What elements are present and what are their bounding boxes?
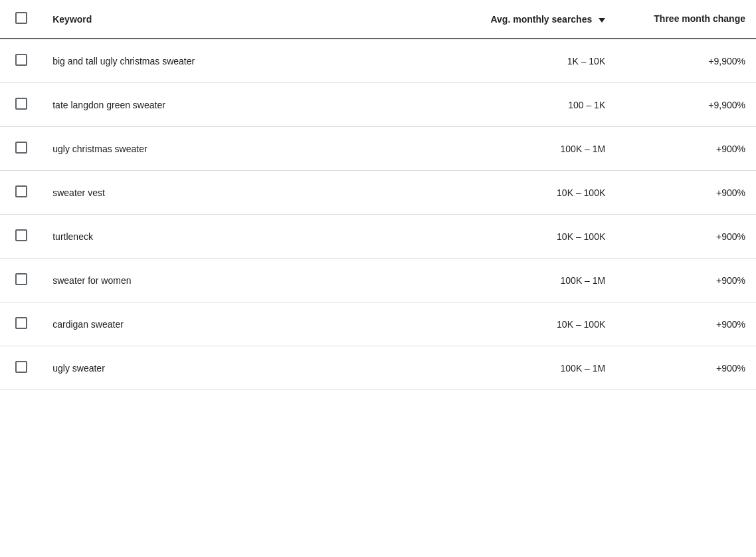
row-checkbox-cell xyxy=(0,39,42,83)
avg-monthly-header-label: Avg. monthly searches xyxy=(490,14,592,25)
table-row: ugly christmas sweater 100K – 1M +900% xyxy=(0,127,756,171)
row-checkbox-cell xyxy=(0,83,42,127)
row-checkbox-4[interactable] xyxy=(15,229,27,241)
row-avg-monthly-6: 10K – 100K xyxy=(406,302,616,346)
row-keyword-5: sweater for women xyxy=(42,259,406,302)
table-row: ugly sweater 100K – 1M +900% xyxy=(0,346,756,390)
three-month-header-label: Three month change xyxy=(654,13,745,24)
table-row: turtleneck 10K – 100K +900% xyxy=(0,215,756,259)
keywords-table: Keyword Avg. monthly searches Three mont… xyxy=(0,0,756,390)
row-avg-monthly-1: 100 – 1K xyxy=(406,83,616,127)
row-keyword-1: tate langdon green sweater xyxy=(42,83,406,127)
keyword-header-label: Keyword xyxy=(52,14,92,25)
header-checkbox-cell xyxy=(0,0,42,39)
table-row: tate langdon green sweater 100 – 1K +9,9… xyxy=(0,83,756,127)
row-keyword-2: ugly christmas sweater xyxy=(42,127,406,171)
row-checkbox-0[interactable] xyxy=(15,54,27,66)
table-row: big and tall ugly christmas sweater 1K –… xyxy=(0,39,756,83)
row-avg-monthly-5: 100K – 1M xyxy=(406,259,616,302)
row-checkbox-cell xyxy=(0,259,42,302)
row-three-month-3: +900% xyxy=(616,171,756,215)
row-keyword-6: cardigan sweater xyxy=(42,302,406,346)
row-checkbox-2[interactable] xyxy=(15,142,27,154)
row-checkbox-cell xyxy=(0,215,42,259)
row-three-month-4: +900% xyxy=(616,215,756,259)
table-row: sweater for women 100K – 1M +900% xyxy=(0,259,756,302)
row-avg-monthly-4: 10K – 100K xyxy=(406,215,616,259)
row-checkbox-3[interactable] xyxy=(15,185,27,197)
row-three-month-0: +9,900% xyxy=(616,39,756,83)
table-row: sweater vest 10K – 100K +900% xyxy=(0,171,756,215)
row-avg-monthly-7: 100K – 1M xyxy=(406,346,616,390)
keywords-table-container: Keyword Avg. monthly searches Three mont… xyxy=(0,0,756,390)
row-avg-monthly-2: 100K – 1M xyxy=(406,127,616,171)
row-avg-monthly-0: 1K – 10K xyxy=(406,39,616,83)
table-row: cardigan sweater 10K – 100K +900% xyxy=(0,302,756,346)
sort-down-icon[interactable] xyxy=(599,14,605,25)
header-avg-monthly: Avg. monthly searches xyxy=(406,0,616,39)
header-keyword: Keyword xyxy=(42,0,406,39)
row-keyword-4: turtleneck xyxy=(42,215,406,259)
select-all-checkbox[interactable] xyxy=(15,12,27,24)
row-three-month-2: +900% xyxy=(616,127,756,171)
row-checkbox-6[interactable] xyxy=(15,317,27,329)
row-three-month-6: +900% xyxy=(616,302,756,346)
header-three-month: Three month change xyxy=(616,0,756,39)
row-three-month-1: +9,900% xyxy=(616,83,756,127)
row-checkbox-cell xyxy=(0,302,42,346)
row-keyword-7: ugly sweater xyxy=(42,346,406,390)
row-checkbox-5[interactable] xyxy=(15,273,27,285)
row-three-month-5: +900% xyxy=(616,259,756,302)
table-header-row: Keyword Avg. monthly searches Three mont… xyxy=(0,0,756,39)
row-checkbox-1[interactable] xyxy=(15,98,27,110)
row-avg-monthly-3: 10K – 100K xyxy=(406,171,616,215)
row-checkbox-cell xyxy=(0,127,42,171)
row-checkbox-7[interactable] xyxy=(15,361,27,373)
row-three-month-7: +900% xyxy=(616,346,756,390)
row-keyword-0: big and tall ugly christmas sweater xyxy=(42,39,406,83)
row-checkbox-cell xyxy=(0,171,42,215)
row-keyword-3: sweater vest xyxy=(42,171,406,215)
row-checkbox-cell xyxy=(0,346,42,390)
